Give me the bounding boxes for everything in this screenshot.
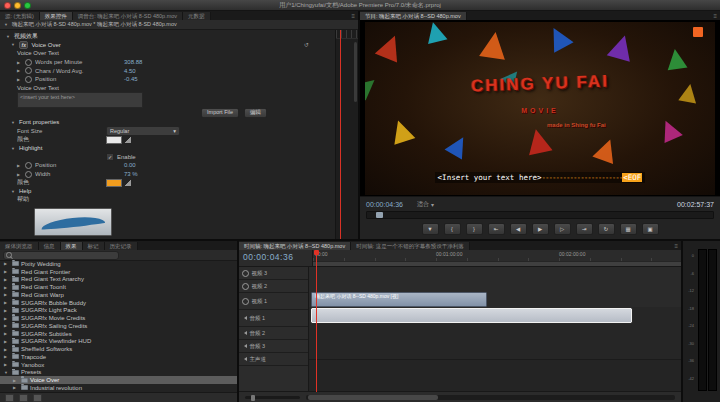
tab-sequence-2[interactable]: 时间轴: 这是一个不错的字幕条预设干净利落 (351, 242, 470, 250)
play-button[interactable]: ▶ (532, 223, 549, 235)
tab-audio-mixer[interactable]: 调音台: 嗨起来吧 小对话 8-SD 480p.mov (73, 12, 183, 20)
timeline-tracks-area[interactable]: 嗨起来吧 小对话 8--SD 480p.mov [视] (309, 267, 681, 393)
tab-source[interactable]: 源: (无剪辑) (0, 12, 40, 20)
track-visibility-icon[interactable] (242, 270, 249, 277)
tab-sequence-1[interactable]: 时间轴: 嗨起来吧 小对话 8--SD 480p.mov (239, 242, 351, 250)
mark-in-button[interactable]: { (444, 223, 461, 235)
voice-over-text-input[interactable]: <insert your text here> (17, 92, 143, 108)
track-lane-master[interactable] (309, 347, 681, 360)
tab-markers[interactable]: 标记 (83, 242, 105, 250)
go-to-in-button[interactable]: ⇤ (488, 223, 505, 235)
param-group-row[interactable]: Voice Over Text (0, 49, 335, 58)
param-value[interactable]: 308.88 (124, 59, 142, 65)
audio-clip-selected[interactable] (311, 308, 632, 323)
enable-checkbox[interactable]: ✓ (106, 153, 114, 161)
track-audio-icon[interactable] (242, 357, 247, 361)
panel-menu-icon[interactable]: ≡ (710, 12, 720, 20)
effects-list-item[interactable]: ▶SUGARfx Movie Credits (0, 314, 237, 322)
effects-list-item[interactable]: ▶SUGARfx Viewfinder HUD (0, 338, 237, 346)
import-file-button[interactable]: Import File (201, 108, 239, 118)
timeline-horizontal-scrollbar[interactable] (306, 395, 675, 400)
disclosure-icon[interactable]: ▶ (4, 354, 9, 359)
timeline-current-time[interactable]: 00:00:04:36 (243, 252, 312, 262)
program-scrub-bar[interactable] (366, 211, 714, 219)
step-forward-button[interactable]: ▷ (554, 223, 571, 235)
stopwatch-icon[interactable] (25, 67, 32, 74)
track-header-a2[interactable]: 音频 2 (239, 327, 308, 340)
effects-list-item[interactable]: ▶Industrial revolution (0, 384, 237, 392)
track-header-a3[interactable]: 音频 3 (239, 340, 308, 353)
tab-program[interactable]: 节目: 嗨起来吧 小对话 8--SD 480p.mov (360, 12, 467, 20)
help-item-row[interactable]: 帮助 (0, 196, 335, 205)
stopwatch-icon[interactable] (25, 162, 32, 169)
disclosure-icon[interactable]: ▶ (17, 172, 22, 177)
tab-history[interactable]: 历史记录 (105, 242, 138, 250)
track-visibility-icon[interactable] (242, 298, 249, 305)
param-words-per-minute[interactable]: ▶ Words per Minute 308.88 (0, 58, 335, 67)
disclosure-icon[interactable]: ▶ (4, 269, 9, 274)
close-window-button[interactable] (4, 2, 11, 9)
eyedropper-icon[interactable] (125, 137, 131, 143)
program-current-time[interactable]: 00:00:04:36 (366, 201, 403, 208)
disclosure-icon[interactable]: ▶ (4, 339, 9, 344)
tab-media-browser[interactable]: 媒体浏览器 (0, 242, 39, 250)
param-chars-word-avg[interactable]: ▶ Chars / Word Avg. 4.50 (0, 66, 335, 75)
step-back-button[interactable]: ◀ (510, 223, 527, 235)
eyedropper-icon[interactable] (125, 180, 131, 186)
param-position[interactable]: ▶ Position -0.45 (0, 75, 335, 84)
effects-list-item[interactable]: ▶Red Giant Text Anarchy (0, 276, 237, 284)
work-area-bar[interactable] (313, 261, 681, 266)
effects-list-item[interactable]: ▶Trapcode (0, 353, 237, 361)
effects-list-item[interactable]: ▶Yanobox (0, 361, 237, 369)
timeline-zoom-slider[interactable] (245, 396, 300, 399)
loop-button[interactable]: ↻ (598, 223, 615, 235)
go-to-out-button[interactable]: ⇥ (576, 223, 593, 235)
help-group[interactable]: ▼ Help (0, 187, 335, 196)
timeline-ruler[interactable]: 00:00 00:01:00:00 00:02:00:00 00:03:00:0… (313, 250, 681, 266)
minimize-window-button[interactable] (14, 2, 21, 9)
disclosure-icon[interactable]: ▼ (11, 42, 16, 47)
effects-list-item[interactable]: ▶SUGARfx Bubble Buddy (0, 299, 237, 307)
highlight-position-row[interactable]: ▶ Position 0.00 (0, 161, 335, 170)
font-color-swatch[interactable] (106, 136, 122, 144)
disclosure-icon[interactable]: ▶ (17, 77, 22, 82)
track-audio-icon[interactable] (242, 331, 247, 335)
fit-dropdown[interactable]: 适合 ▾ (417, 200, 434, 209)
track-header-master[interactable]: 主声道 (239, 353, 308, 366)
disclosure-icon[interactable]: ▶ (13, 385, 18, 390)
highlight-color-swatch[interactable] (106, 179, 122, 187)
track-audio-icon[interactable] (242, 316, 247, 320)
help-link[interactable]: 帮助 (17, 196, 29, 205)
disclosure-icon[interactable]: ▶ (4, 347, 9, 352)
highlight-width-row[interactable]: ▶ Width 73 % (0, 170, 335, 179)
font-properties-group[interactable]: ▼ Font properties (0, 118, 335, 127)
timeline-playhead[interactable] (316, 250, 317, 392)
effects-list-item[interactable]: ▶Red Giant ToonIt (0, 283, 237, 291)
effects-list-item[interactable]: ▶Red Giant Frontier (0, 268, 237, 276)
effects-list-item[interactable]: ▶SUGARfx Sailing Credits (0, 322, 237, 330)
disclosure-icon[interactable]: ▶ (17, 163, 22, 168)
tab-effects[interactable]: 效果 (61, 242, 83, 250)
highlight-group[interactable]: ▼ Highlight (0, 144, 335, 153)
disclosure-icon[interactable]: ▼ (11, 120, 16, 125)
zoom-window-button[interactable] (24, 2, 31, 9)
track-header-v3[interactable]: 视频 3 (239, 267, 308, 280)
disclosure-icon[interactable]: ▼ (11, 189, 16, 194)
panel-menu-icon[interactable]: ≡ (671, 242, 681, 250)
track-visibility-icon[interactable] (242, 283, 249, 290)
delete-icon[interactable] (33, 394, 42, 402)
param-value[interactable]: 0.00 (124, 162, 136, 168)
mini-timeline-playhead[interactable] (340, 30, 341, 239)
disclosure-icon[interactable]: ▶ (13, 378, 18, 383)
video-effects-section[interactable]: ▼ 视频效果 (0, 32, 335, 41)
disclosure-icon[interactable]: ▼ (11, 146, 16, 151)
disclosure-icon[interactable]: ▶ (4, 362, 9, 367)
track-header-v1[interactable]: 视频 1 (239, 293, 308, 310)
effects-list-item[interactable]: ▶SUGARfx Light Pack (0, 307, 237, 315)
effects-list-item[interactable]: ▶Pixity Wedding (0, 260, 237, 268)
disclosure-icon[interactable]: ▶ (4, 261, 9, 266)
safe-margins-button[interactable]: ▦ (620, 223, 637, 235)
disclosure-icon[interactable]: ▶ (4, 300, 9, 305)
disclosure-icon[interactable]: ▶ (4, 331, 9, 336)
param-value[interactable]: 4.50 (124, 68, 136, 74)
